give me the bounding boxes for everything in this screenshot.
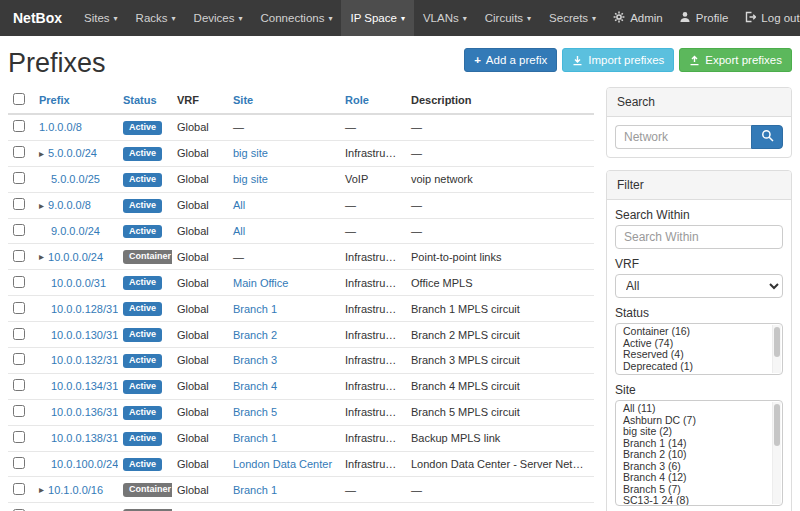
option-item[interactable]: Reserved (4) — [616, 349, 770, 361]
nav-item-devices[interactable]: Devices▾ — [185, 0, 252, 36]
column-header-prefix[interactable]: Prefix — [34, 87, 118, 114]
option-item[interactable]: Ashburn DC (7) — [616, 415, 770, 427]
option-item[interactable]: SC13-1 24 (8) — [616, 495, 770, 506]
site-link[interactable]: Main Office — [233, 277, 288, 289]
row-checkbox[interactable] — [13, 353, 25, 365]
site-link[interactable]: Branch 1 — [233, 484, 277, 496]
site-link[interactable]: London Data Center — [233, 458, 332, 470]
profile-link[interactable]: Profile — [671, 0, 737, 36]
row-checkbox[interactable] — [13, 405, 25, 417]
row-checkbox[interactable] — [13, 457, 25, 469]
site-link[interactable]: All — [233, 199, 245, 211]
row-checkbox[interactable] — [13, 198, 25, 210]
role-cell: Infrastructure — [340, 140, 406, 166]
select-all-checkbox[interactable] — [13, 93, 25, 105]
prefix-link[interactable]: 9.0.0.0/24 — [51, 225, 100, 237]
site-cell: big site — [228, 166, 340, 192]
prefix-link[interactable]: 5.0.0.0/25 — [51, 173, 100, 185]
prefix-link[interactable]: 9.0.0.0/8 — [48, 199, 91, 211]
logout-link[interactable]: Log out — [736, 0, 800, 36]
site-link[interactable]: big site — [233, 147, 268, 159]
status-listbox[interactable]: Container (16)Active (74)Reserved (4)Dep… — [615, 323, 783, 375]
site-link[interactable]: Branch 3 — [233, 354, 277, 366]
row-checkbox[interactable] — [13, 302, 25, 314]
nav-item-vlans[interactable]: VLANs▾ — [414, 0, 476, 36]
expand-caret-icon: ▸ — [39, 148, 44, 159]
nav-item-racks[interactable]: Racks▾ — [127, 0, 185, 36]
option-item[interactable]: Active (74) — [616, 338, 770, 350]
option-item[interactable]: Branch 1 (14) — [616, 438, 770, 450]
prefix-link[interactable]: 10.0.0.130/31 — [51, 329, 118, 341]
row-checkbox[interactable] — [13, 276, 25, 288]
row-checkbox[interactable] — [13, 250, 25, 262]
option-item[interactable]: Branch 2 (10) — [616, 449, 770, 461]
nav-item-label: Racks — [136, 12, 168, 24]
prefix-link[interactable]: 1.0.0.0/8 — [39, 121, 82, 133]
description-cell: — — [406, 192, 594, 218]
row-checkbox[interactable] — [13, 172, 25, 184]
column-header-site[interactable]: Site — [228, 87, 340, 114]
scrollbar-thumb[interactable] — [774, 404, 780, 446]
site-listbox[interactable]: All (11)Ashburn DC (7)big site (2)Branch… — [615, 400, 783, 506]
option-item[interactable]: Branch 4 (12) — [616, 472, 770, 484]
vrf-select[interactable]: All — [615, 274, 783, 298]
row-checkbox[interactable] — [13, 483, 25, 495]
column-header-status[interactable]: Status — [118, 87, 172, 114]
nav-item-ip-space[interactable]: IP Space▾ — [341, 0, 413, 36]
table-row: 10.0.0.132/31ActiveGlobalBranch 3Infrast… — [8, 348, 594, 374]
scrollbar-thumb[interactable] — [774, 327, 780, 357]
navbar: NetBox Sites▾Racks▾Devices▾Connections▾I… — [0, 0, 800, 36]
site-link[interactable]: Branch 4 — [233, 380, 277, 392]
row-checkbox[interactable] — [13, 328, 25, 340]
nav-item-sites[interactable]: Sites▾ — [75, 0, 127, 36]
brand-link[interactable]: NetBox — [0, 0, 75, 36]
row-checkbox[interactable] — [13, 379, 25, 391]
site-link[interactable]: All — [233, 225, 245, 237]
nav-item-circuits[interactable]: Circuits▾ — [476, 0, 540, 36]
prefix-link[interactable]: 10.0.0.136/31 — [51, 406, 118, 418]
option-item[interactable]: big site (2) — [616, 426, 770, 438]
search-input[interactable] — [615, 125, 751, 149]
option-item[interactable]: Branch 5 (7) — [616, 484, 770, 496]
table-row: 9.0.0.0/24ActiveGlobalAll—— — [8, 218, 594, 244]
search-within-input[interactable] — [615, 225, 783, 249]
prefix-link[interactable]: 10.1.0.0/16 — [48, 484, 103, 496]
content: Prefix Status VRF Site Role Description … — [0, 87, 800, 511]
row-checkbox[interactable] — [13, 431, 25, 443]
option-item[interactable]: All (11) — [616, 403, 770, 415]
add-prefix-button[interactable]: + Add a prefix — [464, 48, 557, 72]
prefix-link[interactable]: 10.0.100.0/24 — [51, 458, 118, 470]
prefix-link[interactable]: 10.0.0.134/31 — [51, 380, 118, 392]
nav-item-connections[interactable]: Connections▾ — [252, 0, 342, 36]
nav-item-secrets[interactable]: Secrets▾ — [540, 0, 605, 36]
export-prefixes-button[interactable]: Export prefixes — [679, 48, 792, 72]
nav-item-label: Circuits — [485, 12, 523, 24]
nav-item-label: VLANs — [423, 12, 459, 24]
prefix-table: Prefix Status VRF Site Role Description … — [8, 87, 594, 511]
prefix-link[interactable]: 10.0.0.132/31 — [51, 354, 118, 366]
row-checkbox[interactable] — [13, 224, 25, 236]
row-checkbox[interactable] — [13, 120, 25, 132]
prefix-link[interactable]: 10.0.0.0/24 — [48, 251, 103, 263]
site-link[interactable]: Branch 1 — [233, 303, 277, 315]
site-link[interactable]: big site — [233, 173, 268, 185]
import-prefixes-button[interactable]: Import prefixes — [562, 48, 674, 72]
site-link[interactable]: Branch 1 — [233, 432, 277, 444]
search-button[interactable] — [751, 125, 783, 149]
option-item[interactable]: Container (16) — [616, 326, 770, 338]
prefix-link[interactable]: 10.0.0.0/31 — [51, 277, 106, 289]
chevron-down-icon: ▾ — [401, 14, 405, 23]
prefix-link[interactable]: 5.0.0.0/24 — [48, 147, 97, 159]
status-badge: Active — [123, 147, 162, 161]
option-item[interactable]: Deprecated (1) — [616, 361, 770, 373]
role-cell: Infrastructure — [340, 296, 406, 322]
site-link[interactable]: Branch 2 — [233, 329, 277, 341]
profile-label: Profile — [696, 12, 729, 24]
admin-link[interactable]: Admin — [605, 0, 671, 36]
prefix-link[interactable]: 10.0.0.138/31 — [51, 432, 118, 444]
option-item[interactable]: Branch 3 (6) — [616, 461, 770, 473]
site-link[interactable]: Branch 5 — [233, 406, 277, 418]
row-checkbox[interactable] — [13, 146, 25, 158]
prefix-link[interactable]: 10.0.0.128/31 — [51, 303, 118, 315]
column-header-role[interactable]: Role — [340, 87, 406, 114]
